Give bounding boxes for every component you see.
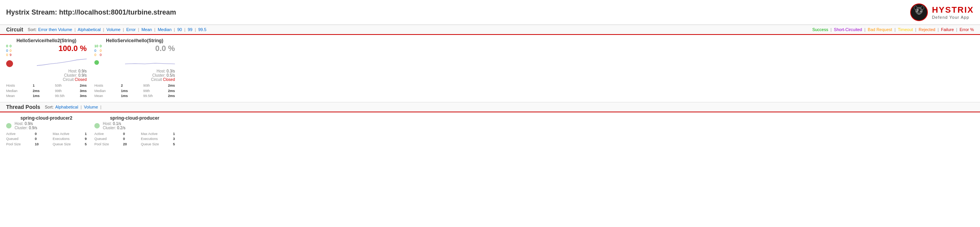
svg-point-3 [917, 9, 919, 11]
legend-error-pct: Error % [960, 27, 974, 32]
stat-sc-hello2: 0 [6, 49, 8, 53]
pool-bubble-row-producer: Host: 0.1/s Cluster: 0.2/s [94, 122, 175, 130]
sparkline-hello [125, 53, 175, 68]
pool-name-producer2: spring-cloud-producer2 [6, 115, 87, 121]
sort-alphabetical[interactable]: Alphabetical [78, 27, 101, 32]
pool-cluster-rate-producer2: Cluster: 0.9/s [15, 126, 37, 130]
stat-col-left-hello2: Hosts Median Mean [6, 83, 18, 99]
svg-point-5 [921, 6, 924, 10]
sort-99[interactable]: 99 [188, 27, 192, 32]
stat-failure-hello: 0 [100, 53, 102, 58]
circuit-pct-hello: 0.0 % [155, 44, 175, 53]
svg-point-4 [914, 6, 917, 10]
legend-short-circuited: Short-Circuited [834, 27, 862, 32]
logo-tagline: Defend Your App [932, 15, 974, 20]
stat-col-vals-hello2: 1 2ms 1ms [33, 83, 40, 99]
legend-timeout: Timeout [898, 27, 913, 32]
pool-name-producer: spring-cloud-producer [94, 115, 175, 121]
circuit-host-rate-hello2: Host: 0.9/s [6, 69, 87, 73]
pool-bubble-row-producer2: Host: 0.9/s Cluster: 0.9/s [6, 122, 87, 130]
stat-col-pct-hello2: 50th 99th 99.5th [55, 83, 64, 99]
legend-success: Success [812, 27, 828, 32]
circuit-bubble-hello2 [6, 60, 13, 67]
circuit-status-hello2: Circuit Closed [6, 77, 87, 82]
threadpools-area: spring-cloud-producer2 Host: 0.9/s Clust… [0, 112, 980, 150]
logo-name: HYSTRIX [932, 5, 974, 15]
pool-host-rate-producer2: Host: 0.9/s [15, 122, 37, 126]
circuit-top-hello2: 0 0 0 0 0 9 100.0 % [6, 44, 87, 68]
legend-rejected: Rejected [919, 27, 935, 32]
svg-point-7 [920, 11, 922, 12]
circuit-host-rate-hello: Host: 0.3/s [94, 69, 175, 73]
stat-sc-hello: 0 [94, 49, 98, 53]
stat-timeout-hello2: 0 [6, 53, 8, 58]
circuits-area: HelloService#hello2(String) 0 0 0 0 0 9 [0, 35, 980, 102]
circuit-status-hello: Circuit Closed [94, 77, 175, 82]
logo-text: HYSTRIX Defend Your App [932, 5, 974, 20]
sort-volume[interactable]: Volume [107, 27, 121, 32]
circuit-sort-label: Sort: [28, 27, 36, 32]
pool-bubble-producer [94, 123, 100, 128]
tp-sort-volume[interactable]: Volume [84, 105, 98, 109]
threadpool-section-header: Thread Pools Sort: Alphabetical | Volume… [0, 102, 980, 112]
pool-bottom-producer2: Active Queued Pool Size 0 0 10 Max Activ… [6, 132, 87, 147]
circuit-name-hello2: HelloService#hello2(String) [6, 38, 87, 43]
sort-995[interactable]: 99.5 [198, 27, 206, 32]
pool-host-rate-producer: Host: 0.1/s [103, 122, 125, 126]
sort-median[interactable]: Median [158, 27, 171, 32]
circuit-name-hello: HelloService#hello(String) [94, 38, 175, 43]
circuit-cluster-rate-hello2: Cluster: 0.9/s [6, 73, 87, 77]
sparkline-hello2 [37, 53, 87, 68]
circuit-section-title: Circuit [6, 26, 23, 33]
threadpool-sort-label: Sort: [45, 105, 54, 109]
logo-area: HYSTRIX Defend Your App [910, 3, 974, 21]
threadpool-sort-links: Alphabetical | Volume | [55, 105, 103, 109]
stat-rejected-hello2: 0 [10, 49, 12, 53]
stat-badreq-hello2: 0 [10, 44, 12, 49]
svg-point-6 [916, 11, 918, 12]
stat-badreq-hello: 0 [100, 44, 102, 49]
stat-rejected-hello: 0 [100, 49, 102, 53]
pool-card-producer2: spring-cloud-producer2 Host: 0.9/s Clust… [6, 115, 87, 147]
legend: Success | Short-Circuited | Bad Request … [812, 27, 974, 32]
circuit-bubble-hello [94, 60, 99, 65]
stat-success-hello2: 0 [6, 44, 8, 49]
threadpool-section-title: Thread Pools [6, 104, 40, 110]
stat-col-pct-vals-hello2: 2ms 3ms 3ms [80, 83, 87, 99]
pool-bubble-producer2 [6, 123, 12, 128]
circuit-section-header: Circuit Sort: Error then Volume | Alphab… [0, 25, 980, 35]
sort-error[interactable]: Error [126, 27, 135, 32]
pool-card-producer: spring-cloud-producer Host: 0.1/s Cluste… [94, 115, 175, 147]
hystrix-logo-icon [910, 3, 928, 21]
circuit-cluster-rate-hello: Cluster: 0.5/s [94, 73, 175, 77]
pool-cluster-rate-producer: Cluster: 0.2/s [103, 126, 125, 130]
stat-failure-hello2: 9 [10, 53, 12, 58]
header: Hystrix Stream: http://localhost:8001/tu… [0, 0, 980, 25]
legend-bad-request: Bad Request [868, 27, 892, 32]
pool-bottom-producer: Active Queued Pool Size 0 0 20 Max Activ… [94, 132, 175, 147]
circuit-bottom-hello: Hosts Median Mean 2 1ms 1ms 90th 99th 99… [94, 83, 175, 99]
sort-mean[interactable]: Mean [142, 27, 152, 32]
circuit-bottom-hello2: Hosts Median Mean 1 2ms 1ms 50th 99th 99… [6, 83, 87, 99]
legend-failure: Failure [941, 27, 954, 32]
circuit-sort-links: Error then Volume | Alphabetical | Volum… [38, 27, 207, 32]
tp-sort-alpha[interactable]: Alphabetical [55, 105, 78, 109]
sort-error-volume[interactable]: Error then Volume [38, 27, 72, 32]
stat-success-hello: 10 [94, 44, 98, 49]
stat-timeout-hello: 0 [94, 53, 98, 58]
circuit-card-hello: HelloService#hello(String) 10 0 0 0 0 0 [94, 38, 175, 99]
page-title: Hystrix Stream: http://localhost:8001/tu… [6, 8, 176, 16]
circuit-pct-hello2: 100.0 % [59, 44, 87, 53]
sort-90[interactable]: 90 [177, 27, 182, 32]
circuit-top-hello: 10 0 0 0 0 0 0.0 % [94, 44, 175, 68]
circuit-card-hello2: HelloService#hello2(String) 0 0 0 0 0 9 [6, 38, 87, 99]
